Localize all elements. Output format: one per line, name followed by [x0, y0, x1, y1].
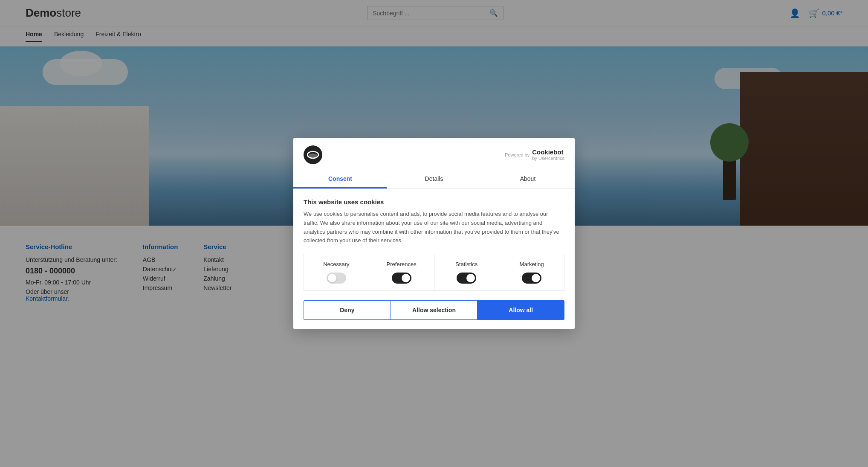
toggle-preferences-switch[interactable]	[392, 273, 411, 284]
toggle-preferences: Preferences	[369, 254, 434, 290]
toggle-marketing-switch[interactable]	[522, 273, 541, 284]
toggle-statistics-switch[interactable]	[457, 273, 476, 284]
cookie-overlay: Powered by Cookiebot by Usercentrics Con…	[0, 0, 868, 322]
cookie-description: We use cookies to personalise content an…	[304, 210, 564, 245]
svg-point-1	[308, 154, 318, 158]
powered-by-area: Powered by Cookiebot by Usercentrics	[505, 148, 564, 161]
toggle-statistics: Statistics	[434, 254, 500, 290]
tab-about[interactable]: About	[481, 170, 575, 189]
toggle-marketing: Marketing	[499, 254, 564, 290]
cookiebot-sub-label: by Usercentrics	[532, 156, 564, 161]
cookie-dialog-header: Powered by Cookiebot by Usercentrics	[293, 138, 575, 164]
allow-selection-button[interactable]: Allow selection	[391, 301, 478, 319]
cookiebot-brand-area: Cookiebot by Usercentrics	[532, 148, 564, 161]
cookie-toggles-row: Necessary Preferences	[304, 254, 564, 291]
tab-consent[interactable]: Consent	[293, 170, 387, 189]
toggle-statistics-label: Statistics	[455, 261, 477, 267]
toggle-marketing-label: Marketing	[520, 261, 544, 267]
toggle-necessary-label: Necessary	[323, 261, 349, 267]
cookiebot-icon	[307, 150, 319, 160]
tab-details[interactable]: Details	[387, 170, 481, 189]
cookie-actions: Deny Allow selection Allow all	[304, 300, 564, 320]
powered-by-label: Powered by	[505, 152, 529, 157]
cookie-tabs: Consent Details About	[293, 170, 575, 189]
cookie-body: This website uses cookies We use cookies…	[293, 189, 575, 300]
allow-all-button[interactable]: Allow all	[477, 301, 564, 319]
toggle-necessary-switch[interactable]	[327, 273, 346, 284]
toggle-preferences-label: Preferences	[387, 261, 417, 267]
toggle-necessary: Necessary	[304, 254, 369, 290]
cookie-brand-logo	[304, 145, 322, 164]
cookie-title: This website uses cookies	[304, 198, 564, 206]
cookie-dialog: Powered by Cookiebot by Usercentrics Con…	[293, 138, 575, 322]
deny-button[interactable]: Deny	[304, 301, 391, 319]
cookiebot-brand-name: Cookiebot	[532, 148, 563, 156]
